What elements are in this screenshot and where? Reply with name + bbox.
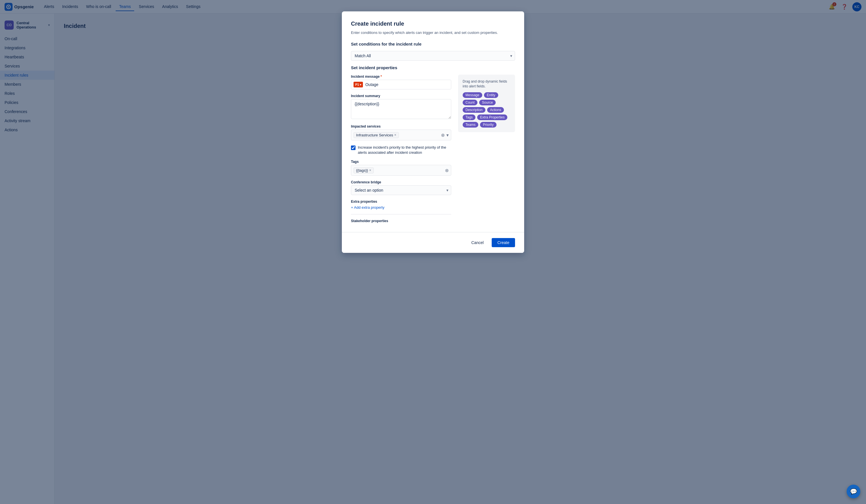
remove-tag-button[interactable]: × bbox=[369, 168, 371, 172]
dynamic-tag-teams[interactable]: Teams bbox=[463, 122, 478, 127]
conditions-section-title: Set conditions for the incident rule bbox=[351, 42, 515, 46]
clear-services-icon[interactable]: ⊗ bbox=[441, 132, 445, 138]
incident-summary-label: Incident summary bbox=[351, 94, 451, 98]
priority-checkbox-group: Increase incident's priority to the high… bbox=[351, 145, 451, 155]
priority-checkbox[interactable] bbox=[351, 146, 356, 150]
incident-message-label: Incident message * bbox=[351, 75, 451, 79]
tags-group: Tags {{tags}} × ⊗ bbox=[351, 160, 451, 176]
incident-props-grid: Incident message * P1 ▾ bbox=[351, 75, 515, 227]
remove-service-tag-button[interactable]: × bbox=[394, 133, 396, 137]
properties-section-title: Set incident properties bbox=[351, 65, 515, 70]
conditions-section: Set conditions for the incident rule Mat… bbox=[351, 42, 515, 61]
modal-subtitle: Enter conditions to specify which alerts… bbox=[351, 31, 515, 35]
dynamic-tag-actions[interactable]: Actions bbox=[487, 107, 504, 113]
match-all-select[interactable]: Match All Match Any bbox=[351, 51, 515, 61]
impacted-services-input[interactable]: Infrastructure Services × ⊗ ▾ bbox=[351, 130, 451, 141]
dynamic-tag-message[interactable]: Message bbox=[463, 92, 482, 98]
extra-properties-label: Extra properties bbox=[351, 200, 451, 204]
incident-message-input[interactable] bbox=[365, 80, 451, 89]
tags-input[interactable]: {{tags}} × ⊗ bbox=[351, 165, 451, 176]
dynamic-tag-priority[interactable]: Priority bbox=[480, 122, 496, 127]
tags-selected-tag: {{tags}} × bbox=[354, 167, 374, 173]
create-incident-rule-modal: Create incident rule Enter conditions to… bbox=[342, 11, 524, 253]
priority-checkbox-label: Increase incident's priority to the high… bbox=[358, 145, 451, 155]
dynamic-fields-box: Drag and drop dynamic fields into alert … bbox=[458, 75, 515, 132]
add-extra-property-button[interactable]: + Add extra property bbox=[351, 205, 451, 210]
stakeholder-label: Stakeholder properties bbox=[351, 214, 451, 223]
dynamic-tag-count[interactable]: Count bbox=[463, 100, 477, 105]
incident-props-left: Incident message * P1 ▾ bbox=[351, 75, 451, 227]
match-all-select-wrapper: Match All Match Any ▾ bbox=[351, 51, 515, 61]
dynamic-tag-description[interactable]: Description bbox=[463, 107, 486, 113]
cancel-button[interactable]: Cancel bbox=[467, 238, 488, 247]
incident-message-group: Incident message * P1 ▾ bbox=[351, 75, 451, 89]
tag-input-icons: ⊗ ▾ bbox=[441, 132, 449, 138]
chat-widget-button[interactable]: 💬 bbox=[847, 485, 860, 498]
stakeholder-section: Stakeholder properties bbox=[351, 214, 451, 223]
extra-properties-section: Extra properties + Add extra property bbox=[351, 200, 451, 210]
dynamic-tag-tags[interactable]: Tags bbox=[463, 114, 476, 120]
priority-badge[interactable]: P1 ▾ bbox=[354, 82, 363, 87]
conference-bridge-group: Conference bridge Select an option ▾ bbox=[351, 180, 451, 195]
impacted-services-tag: Infrastructure Services × bbox=[354, 132, 399, 138]
conference-bridge-select-wrapper: Select an option ▾ bbox=[351, 186, 451, 195]
dynamic-fields-grid: Message Entity Count Source Description … bbox=[463, 92, 510, 127]
create-button[interactable]: Create bbox=[492, 238, 515, 247]
conference-bridge-select[interactable]: Select an option bbox=[351, 186, 451, 195]
dynamic-fields-panel: Drag and drop dynamic fields into alert … bbox=[458, 75, 515, 227]
tags-label: Tags bbox=[351, 160, 451, 164]
properties-section: Set incident properties Incident message… bbox=[351, 65, 515, 227]
conference-bridge-label: Conference bridge bbox=[351, 180, 451, 184]
incident-summary-group: Incident summary {{description}} bbox=[351, 94, 451, 120]
impacted-services-label: Impacted services bbox=[351, 124, 451, 128]
dynamic-tag-entity[interactable]: Entity bbox=[484, 92, 498, 98]
impacted-services-group: Impacted services Infrastructure Service… bbox=[351, 124, 451, 141]
clear-tags-icon[interactable]: ⊗ bbox=[445, 168, 449, 173]
p1-chevron-icon: ▾ bbox=[360, 83, 361, 86]
dynamic-tag-extra-properties[interactable]: Extra Properties bbox=[477, 114, 507, 120]
dynamic-fields-title: Drag and drop dynamic fields into alert … bbox=[463, 79, 510, 89]
modal-footer: Cancel Create bbox=[342, 232, 524, 253]
dynamic-tag-source[interactable]: Source bbox=[479, 100, 496, 105]
modal-title: Create incident rule bbox=[351, 21, 515, 27]
modal-body: Create incident rule Enter conditions to… bbox=[342, 11, 524, 227]
chevron-down-icon[interactable]: ▾ bbox=[446, 132, 449, 138]
incident-summary-textarea[interactable]: {{description}} bbox=[351, 99, 451, 119]
incident-message-input-wrapper: P1 ▾ bbox=[351, 80, 451, 89]
required-indicator: * bbox=[380, 75, 382, 79]
modal-overlay: Create incident rule Enter conditions to… bbox=[0, 0, 866, 504]
